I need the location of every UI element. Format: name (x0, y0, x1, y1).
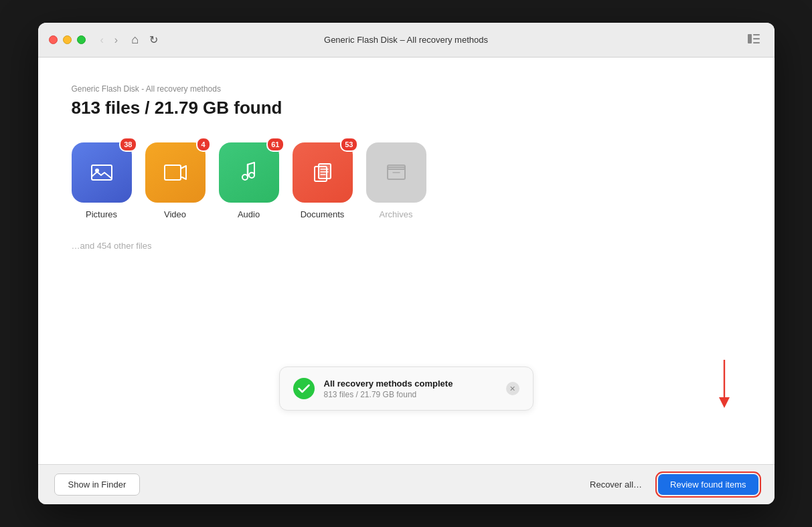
svg-rect-2 (753, 38, 760, 39)
archives-icon-wrap (366, 142, 426, 203)
home-icon: ⌂ (131, 33, 139, 46)
breadcrumb: Generic Flash Disk - All recovery method… (72, 84, 741, 94)
svg-rect-1 (753, 34, 760, 35)
svg-rect-3 (753, 42, 760, 43)
category-video[interactable]: 4 Video (145, 142, 206, 219)
main-content: Generic Flash Disk - All recovery method… (38, 58, 775, 464)
pictures-label: Pictures (86, 209, 117, 219)
app-window: ‹ › ⌂ ↻ Generic Flash Disk – All recover… (38, 23, 775, 504)
category-archives[interactable]: Archives (366, 142, 426, 219)
notification-subtitle: 813 files / 21.79 GB found (324, 390, 497, 399)
sidebar-toggle-button[interactable] (744, 31, 764, 49)
svg-point-8 (249, 173, 254, 178)
other-files-text: …and 454 other files (72, 241, 741, 251)
category-documents[interactable]: 53 Documents (293, 142, 353, 219)
minimize-button[interactable] (63, 35, 72, 44)
audio-badge: 61 (266, 137, 284, 152)
close-button[interactable] (49, 35, 58, 44)
archives-icon (366, 142, 426, 203)
video-badge: 4 (196, 137, 211, 152)
video-icon-wrap: 4 (145, 142, 206, 203)
window-title: Generic Flash Disk – All recovery method… (324, 35, 488, 45)
documents-label: Documents (301, 209, 345, 219)
review-found-items-button[interactable]: Review found items (658, 474, 758, 495)
success-icon (293, 378, 315, 399)
forward-button[interactable]: › (110, 31, 122, 49)
maximize-button[interactable] (77, 35, 86, 44)
footer: Show in Finder Recover all… Review found… (38, 464, 775, 504)
svg-rect-0 (748, 34, 752, 43)
arrow-annotation (714, 357, 734, 411)
show-in-finder-button[interactable]: Show in Finder (54, 473, 141, 496)
audio-icon-wrap: 61 (219, 142, 279, 203)
refresh-icon: ↻ (149, 34, 158, 45)
category-audio[interactable]: 61 Audio (219, 142, 279, 219)
refresh-button[interactable]: ↻ (145, 31, 162, 49)
categories-grid: 38 Pictures 4 Video (72, 142, 741, 219)
arrow-svg (714, 357, 734, 411)
home-button[interactable]: ⌂ (127, 30, 143, 49)
recover-all-button[interactable]: Recover all… (582, 474, 650, 495)
notification-close-button[interactable]: ✕ (506, 382, 519, 395)
svg-point-7 (242, 175, 248, 180)
pictures-icon-wrap: 38 (72, 142, 132, 203)
documents-icon (293, 142, 353, 203)
svg-rect-6 (165, 165, 181, 180)
footer-right: Recover all… Review found items (582, 474, 758, 495)
documents-icon-wrap: 53 (293, 142, 353, 203)
video-label: Video (164, 209, 186, 219)
back-button[interactable]: ‹ (96, 31, 108, 49)
pictures-icon (72, 142, 132, 203)
category-pictures[interactable]: 38 Pictures (72, 142, 132, 219)
notification-bar: All recovery methods complete 813 files … (279, 366, 534, 411)
archives-label: Archives (380, 209, 413, 219)
pictures-badge: 38 (119, 137, 137, 152)
documents-badge: 53 (340, 137, 357, 152)
video-icon (145, 142, 206, 203)
titlebar: ‹ › ⌂ ↻ Generic Flash Disk – All recover… (38, 23, 775, 58)
traffic-lights (49, 35, 86, 44)
audio-label: Audio (238, 209, 260, 219)
notification-text: All recovery methods complete 813 files … (324, 379, 497, 399)
notification-title: All recovery methods complete (324, 379, 497, 389)
svg-rect-4 (92, 165, 112, 180)
sidebar-icon (748, 34, 760, 45)
audio-icon (219, 142, 279, 203)
page-title: 813 files / 21.79 GB found (72, 98, 741, 118)
svg-rect-10 (319, 164, 331, 179)
nav-buttons: ‹ › (96, 31, 123, 49)
